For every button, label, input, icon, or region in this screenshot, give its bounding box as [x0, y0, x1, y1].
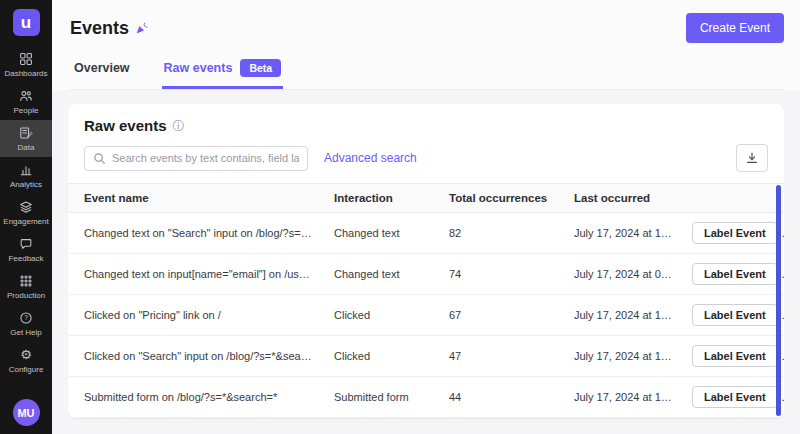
occurrences-cell: 44	[439, 377, 564, 418]
sidebar-item-label: Feedback	[8, 254, 43, 263]
event-name-cell: Changed text on "Search" input on /blog/…	[68, 213, 324, 254]
last-occurred-cell: July 17, 2024 at 10...	[564, 336, 682, 377]
content-area: Raw events ⓘ Advanced search	[52, 90, 800, 434]
sidebar-item-analytics[interactable]: Analytics	[0, 157, 52, 194]
sidebar-item-label: Data	[18, 143, 35, 152]
search-row: Advanced search	[68, 144, 784, 172]
table-row: Submitted form on /blog/?s=*&search=* Su…	[68, 377, 784, 418]
celebration-icon	[135, 22, 148, 35]
help-icon: ?	[19, 311, 33, 325]
table-header-row: Event name Interaction Total occurrences…	[68, 184, 784, 213]
event-name-cell: Changed text on input[name="email"] on /…	[68, 254, 324, 295]
sidebar-item-label: Dashboards	[4, 69, 47, 78]
info-icon[interactable]: ⓘ	[173, 120, 185, 132]
create-event-button[interactable]: Create Event	[686, 13, 784, 43]
column-header-total-occurrences: Total occurrences	[439, 184, 564, 213]
engagement-icon	[19, 200, 33, 214]
tabs: Overview Raw events Beta	[70, 55, 784, 90]
analytics-icon	[19, 163, 33, 177]
event-name-cell: Clicked on "Search" input on /blog/?s=*&…	[68, 336, 324, 377]
interaction-cell: Changed text	[324, 254, 439, 295]
sidebar-bottom: MU	[0, 392, 52, 426]
userpilot-logo[interactable]: u	[13, 9, 40, 36]
production-icon	[19, 274, 33, 288]
sidebar-item-engagement[interactable]: Engagement	[0, 194, 52, 231]
feedback-icon	[19, 237, 33, 251]
interaction-cell: Clicked	[324, 295, 439, 336]
search-box	[84, 146, 308, 171]
column-header-interaction: Interaction	[324, 184, 439, 213]
app-window: u Dashboards People Data	[0, 0, 800, 434]
interaction-cell: Submitted form	[324, 377, 439, 418]
sidebar-item-label: Configure	[9, 365, 44, 374]
card-title: Raw events	[84, 117, 167, 134]
tab-overview[interactable]: Overview	[72, 55, 132, 89]
main-area: Events Create Event Overview Raw events …	[52, 0, 800, 434]
column-header-actions	[682, 184, 784, 213]
events-table: Event name Interaction Total occurrences…	[68, 183, 784, 418]
label-event-button[interactable]: Label Event	[692, 263, 778, 285]
table-row: Changed text on "Search" input on /blog/…	[68, 213, 784, 254]
events-table-wrap: Event name Interaction Total occurrences…	[68, 183, 784, 418]
interaction-cell: Changed text	[324, 213, 439, 254]
table-scrollbar[interactable]	[776, 185, 781, 416]
download-button[interactable]	[736, 144, 768, 172]
sidebar-item-production[interactable]: Production	[0, 268, 52, 305]
dashboards-icon	[19, 52, 33, 66]
gear-icon: ⚙	[19, 348, 33, 362]
user-avatar[interactable]: MU	[13, 399, 40, 426]
label-event-button[interactable]: Label Event	[692, 386, 778, 408]
sidebar-nav: Dashboards People Data Analytics	[0, 46, 52, 379]
table-row: Clicked on "Pricing" link on / Clicked 6…	[68, 295, 784, 336]
occurrences-cell: 67	[439, 295, 564, 336]
sidebar-item-get-help[interactable]: ? Get Help	[0, 305, 52, 342]
table-row: Changed text on input[name="email"] on /…	[68, 254, 784, 295]
table-row: Clicked on "Search" input on /blog/?s=*&…	[68, 336, 784, 377]
sidebar-item-configure[interactable]: ⚙ Configure	[0, 342, 52, 379]
svg-text:?: ?	[24, 314, 28, 321]
download-icon	[745, 151, 759, 165]
sidebar-item-data[interactable]: Data	[0, 120, 52, 157]
last-occurred-cell: July 17, 2024 at 10...	[564, 213, 682, 254]
sidebar-item-feedback[interactable]: Feedback	[0, 231, 52, 268]
column-header-last-occurred: Last occurred	[564, 184, 682, 213]
data-icon	[19, 126, 33, 140]
column-header-event-name: Event name	[68, 184, 324, 213]
search-input[interactable]	[112, 152, 299, 164]
event-name-cell: Clicked on "Pricing" link on /	[68, 295, 324, 336]
last-occurred-cell: July 17, 2024 at 05...	[564, 254, 682, 295]
search-icon	[93, 152, 106, 165]
sidebar-item-people[interactable]: People	[0, 83, 52, 120]
sidebar-item-label: People	[14, 106, 39, 115]
page-title: Events	[70, 18, 129, 39]
tab-raw-events-label: Raw events	[164, 61, 233, 75]
occurrences-cell: 47	[439, 336, 564, 377]
occurrences-cell: 82	[439, 213, 564, 254]
beta-badge: Beta	[240, 59, 281, 77]
sidebar-item-label: Analytics	[10, 180, 42, 189]
tab-raw-events[interactable]: Raw events Beta	[162, 55, 284, 89]
advanced-search-link[interactable]: Advanced search	[324, 151, 417, 165]
sidebar: u Dashboards People Data	[0, 0, 52, 434]
label-event-button[interactable]: Label Event	[692, 304, 778, 326]
topbar: Events Create Event Overview Raw events …	[52, 0, 800, 90]
label-event-button[interactable]: Label Event	[692, 222, 778, 244]
people-icon	[19, 89, 33, 103]
sidebar-item-dashboards[interactable]: Dashboards	[0, 46, 52, 83]
sidebar-item-label: Production	[7, 291, 45, 300]
occurrences-cell: 74	[439, 254, 564, 295]
event-name-cell: Submitted form on /blog/?s=*&search=*	[68, 377, 324, 418]
tab-overview-label: Overview	[74, 61, 130, 75]
sidebar-item-label: Get Help	[10, 328, 42, 337]
last-occurred-cell: July 17, 2024 at 10...	[564, 377, 682, 418]
raw-events-card: Raw events ⓘ Advanced search	[68, 104, 784, 418]
sidebar-item-label: Engagement	[3, 217, 48, 226]
interaction-cell: Clicked	[324, 336, 439, 377]
last-occurred-cell: July 17, 2024 at 10...	[564, 295, 682, 336]
label-event-button[interactable]: Label Event	[692, 345, 778, 367]
